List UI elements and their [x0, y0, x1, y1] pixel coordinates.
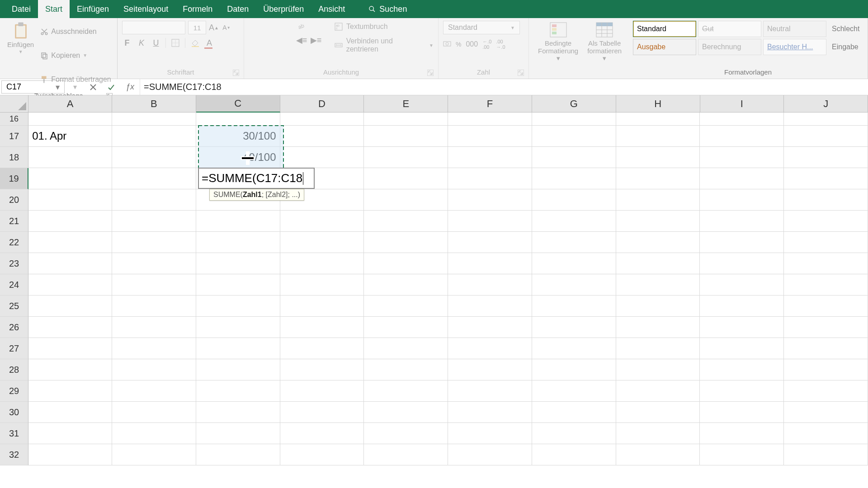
cell-D26[interactable]	[280, 317, 364, 338]
align-left-button[interactable]	[249, 36, 259, 44]
cell-B30[interactable]	[112, 402, 196, 423]
cell-H27[interactable]	[616, 338, 700, 359]
cell-E21[interactable]	[364, 211, 448, 232]
cell-C16[interactable]	[196, 113, 280, 126]
cell-I17[interactable]	[700, 126, 784, 147]
row-header-17[interactable]: 17	[0, 126, 28, 147]
cell-H30[interactable]	[616, 402, 700, 423]
cell-A25[interactable]	[28, 296, 112, 317]
row-header-29[interactable]: 29	[0, 380, 28, 402]
cell-B24[interactable]	[112, 274, 196, 296]
cell-B26[interactable]	[112, 317, 196, 338]
italic-button[interactable]: K	[137, 38, 146, 48]
cell-D16[interactable]	[280, 113, 364, 126]
cell-I20[interactable]	[700, 189, 784, 211]
cell-E28[interactable]	[364, 359, 448, 380]
cell-H26[interactable]	[616, 317, 700, 338]
cell-A26[interactable]	[28, 317, 112, 338]
conditional-formatting-button[interactable]: Bedingte Formatierung ▾	[533, 21, 583, 63]
cell-I30[interactable]	[700, 402, 784, 423]
formula-input[interactable]: =SUMME(C17:C18	[140, 79, 868, 95]
cell-C30[interactable]	[196, 402, 280, 423]
cell-J22[interactable]	[784, 232, 868, 253]
cell-I22[interactable]	[700, 232, 784, 253]
cell-D29[interactable]	[280, 380, 364, 402]
column-header-H[interactable]: H	[616, 95, 700, 113]
cell-B27[interactable]	[112, 338, 196, 359]
tab-seitenlayout[interactable]: Seitenlayout	[116, 0, 175, 18]
cell-F26[interactable]	[448, 317, 532, 338]
style-berechnung[interactable]: Berechnung	[698, 39, 761, 55]
cell-F30[interactable]	[448, 402, 532, 423]
row-header-21[interactable]: 21	[0, 211, 28, 232]
accounting-format-button[interactable]	[443, 40, 451, 49]
cell-C17[interactable]: 30/100	[196, 126, 280, 147]
cell-G22[interactable]	[532, 232, 616, 253]
align-right-button[interactable]	[278, 36, 288, 44]
cell-C23[interactable]	[196, 253, 280, 274]
cell-H31[interactable]	[616, 423, 700, 444]
cell-H20[interactable]	[616, 189, 700, 211]
cell-H19[interactable]	[616, 168, 700, 189]
cell-F22[interactable]	[448, 232, 532, 253]
cell-J18[interactable]	[784, 147, 868, 168]
cell-B32[interactable]	[112, 444, 196, 465]
cell-I16[interactable]	[700, 113, 784, 126]
cell-E22[interactable]	[364, 232, 448, 253]
cell-J16[interactable]	[784, 113, 868, 126]
cell-D30[interactable]	[280, 402, 364, 423]
cell-J30[interactable]	[784, 402, 868, 423]
cell-F24[interactable]	[448, 274, 532, 296]
cell-G17[interactable]	[532, 126, 616, 147]
column-header-D[interactable]: D	[280, 95, 364, 113]
cell-D23[interactable]	[280, 253, 364, 274]
cell-D21[interactable]	[280, 211, 364, 232]
align-bottom-button[interactable]	[278, 22, 288, 30]
tab-ansicht[interactable]: Ansicht	[311, 0, 352, 18]
style-neutral[interactable]: Neutral	[763, 21, 826, 37]
column-header-G[interactable]: G	[532, 95, 616, 113]
cell-E30[interactable]	[364, 402, 448, 423]
cell-G23[interactable]	[532, 253, 616, 274]
cell-F18[interactable]	[448, 147, 532, 168]
row-header-22[interactable]: 22	[0, 232, 28, 253]
cell-H16[interactable]	[616, 113, 700, 126]
cell-A21[interactable]	[28, 211, 112, 232]
tab-daten[interactable]: Daten	[220, 0, 256, 18]
bold-button[interactable]: F	[122, 38, 132, 48]
cell-G20[interactable]	[532, 189, 616, 211]
row-header-20[interactable]: 20	[0, 189, 28, 211]
cell-B21[interactable]	[112, 211, 196, 232]
cell-A18[interactable]	[28, 147, 112, 168]
percent-button[interactable]: %	[456, 41, 461, 48]
cell-H18[interactable]	[616, 147, 700, 168]
tab-datei[interactable]: Datei	[5, 0, 38, 18]
format-as-table-button[interactable]: Als Tabelle formatieren ▾	[583, 21, 626, 63]
row-header-32[interactable]: 32	[0, 444, 28, 465]
cell-D31[interactable]	[280, 423, 364, 444]
decrease-font-icon[interactable]: A▼	[222, 23, 231, 33]
cell-D32[interactable]	[280, 444, 364, 465]
cell-A17[interactable]: 01. Apr	[28, 126, 112, 147]
cell-G21[interactable]	[532, 211, 616, 232]
cell-C26[interactable]	[196, 317, 280, 338]
cell-B19[interactable]	[112, 168, 196, 189]
cell-E18[interactable]	[364, 147, 448, 168]
cell-G16[interactable]	[532, 113, 616, 126]
cell-J27[interactable]	[784, 338, 868, 359]
copy-button[interactable]: Kopieren ▼	[40, 45, 111, 66]
style-ausgabe[interactable]: Ausgabe	[633, 39, 696, 55]
tab-ueberpruefen[interactable]: Überprüfen	[256, 0, 311, 18]
dialog-launcher-icon[interactable]	[233, 70, 239, 76]
cell-B28[interactable]	[112, 359, 196, 380]
cell-H17[interactable]	[616, 126, 700, 147]
align-middle-button[interactable]	[263, 22, 273, 30]
number-format-combo[interactable]: Standard ▼	[443, 21, 520, 34]
row-header-16[interactable]: 16	[0, 113, 28, 126]
cell-B22[interactable]	[112, 232, 196, 253]
style-besuchter[interactable]: Besuchter H...	[763, 39, 826, 55]
cell-A22[interactable]	[28, 232, 112, 253]
cell-B25[interactable]	[112, 296, 196, 317]
cell-B23[interactable]	[112, 253, 196, 274]
cell-I28[interactable]	[700, 359, 784, 380]
